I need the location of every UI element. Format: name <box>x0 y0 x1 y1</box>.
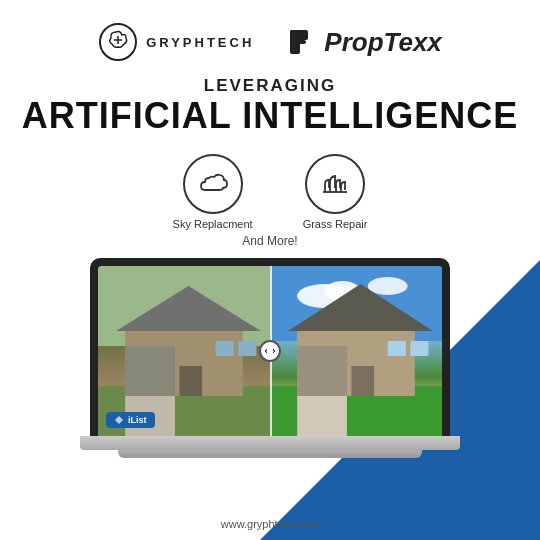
screen-content: iList <box>98 266 442 436</box>
gryphtech-icon <box>98 22 138 62</box>
laptop-wrapper: iList <box>80 258 460 450</box>
svg-rect-11 <box>216 341 234 356</box>
proptexx-icon <box>286 26 318 58</box>
title-section: LEVERAGING ARTIFICIAL INTELLIGENCE <box>0 72 540 144</box>
svg-rect-12 <box>238 341 256 356</box>
svg-rect-9 <box>125 346 175 396</box>
house-left-svg <box>98 266 270 436</box>
grass-icon-circle <box>305 154 365 214</box>
icons-row: Sky Replacment Grass Repair <box>173 154 368 230</box>
compare-icon <box>259 340 281 362</box>
laptop-screen-outer: iList <box>90 258 450 436</box>
cloud-icon <box>195 166 231 202</box>
laptop-screen: iList <box>98 266 442 436</box>
header: GRYPHTECH PropTexx <box>0 0 540 72</box>
proptexx-text: PropTexx <box>324 27 442 58</box>
svg-rect-24 <box>410 341 428 356</box>
gryphtech-logo: GRYPHTECH <box>98 22 254 62</box>
ai-label: ARTIFICIAL INTELLIGENCE <box>20 96 520 136</box>
svg-rect-25 <box>297 396 347 436</box>
arrows-icon <box>264 345 276 357</box>
footer-url: www.gryphtech.com <box>221 518 319 530</box>
svg-rect-22 <box>351 366 374 396</box>
proptexx-logo: PropTexx <box>286 26 442 58</box>
page-container: GRYPHTECH PropTexx LEVERAGING ARTIFICIAL… <box>0 0 540 540</box>
icons-section: Sky Replacment Grass Repair And More! <box>0 144 540 254</box>
ilist-badge: iList <box>106 412 155 428</box>
house-right-svg <box>270 266 442 436</box>
proptexx-p-icon <box>286 26 318 58</box>
screen-right <box>270 266 442 436</box>
sky-icon-label: Sky Replacment <box>173 218 253 230</box>
svg-rect-3 <box>290 40 306 44</box>
svg-rect-10 <box>179 366 202 396</box>
ilist-icon <box>114 415 124 425</box>
ilist-label: iList <box>128 415 147 425</box>
svg-rect-21 <box>297 346 347 396</box>
grass-icon-label: Grass Repair <box>303 218 368 230</box>
svg-rect-2 <box>290 30 308 40</box>
grass-icon <box>317 166 353 202</box>
laptop-section: iList <box>0 258 540 450</box>
laptop-base <box>80 436 460 450</box>
sky-icon-circle <box>183 154 243 214</box>
sky-icon-item: Sky Replacment <box>173 154 253 230</box>
svg-point-17 <box>368 277 408 295</box>
svg-marker-26 <box>115 416 123 424</box>
svg-rect-23 <box>388 341 406 356</box>
leveraging-label: LEVERAGING <box>20 76 520 96</box>
footer: www.gryphtech.com <box>0 514 540 532</box>
gryphtech-text: GRYPHTECH <box>146 35 254 50</box>
screen-left <box>98 266 270 436</box>
and-more-label: And More! <box>242 234 297 248</box>
grass-icon-item: Grass Repair <box>303 154 368 230</box>
